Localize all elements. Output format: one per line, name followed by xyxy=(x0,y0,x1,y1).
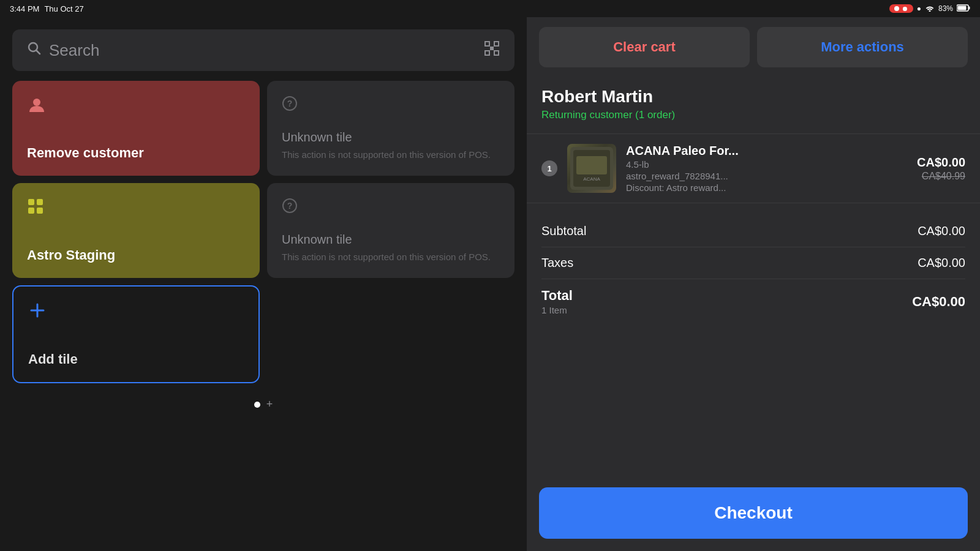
item-price: CA$0.00 xyxy=(917,156,965,170)
svg-rect-9 xyxy=(494,51,499,55)
plus-icon xyxy=(28,301,244,324)
tile-unknown2-desc: This action is not supported on this ver… xyxy=(282,250,500,263)
scanner-icon[interactable] xyxy=(484,40,500,60)
main-container: Search R xyxy=(0,17,980,551)
tile-astro-label: Astro Staging xyxy=(27,247,245,263)
svg-rect-8 xyxy=(490,47,494,50)
customer-status: Returning customer (1 order) xyxy=(541,109,965,121)
checkout-button[interactable]: Checkout xyxy=(539,487,968,539)
page-dot-add[interactable]: + xyxy=(266,398,273,411)
svg-rect-14 xyxy=(37,199,43,205)
total-row: Total 1 Item CA$0.00 xyxy=(541,279,965,324)
svg-line-4 xyxy=(37,51,40,54)
svg-point-10 xyxy=(33,99,40,106)
left-panel: Search R xyxy=(0,17,527,551)
recording-dot xyxy=(894,6,899,11)
svg-rect-15 xyxy=(28,208,34,214)
tile-add-label: Add tile xyxy=(28,351,244,367)
svg-rect-7 xyxy=(485,51,489,55)
tile-remove-customer[interactable]: Remove customer xyxy=(12,81,260,176)
tile-unknown-1: ? Unknown tile This action is not suppor… xyxy=(267,81,514,176)
svg-text:?: ? xyxy=(287,201,293,211)
tile-unknown1-desc: This action is not supported on this ver… xyxy=(282,148,500,161)
signal-dot: ● xyxy=(917,4,921,13)
svg-rect-23 xyxy=(576,156,607,174)
subtotal-row: Subtotal CA$0.00 xyxy=(541,216,965,247)
item-name: ACANA Paleo For... xyxy=(626,144,907,158)
tiles-grid: Remove customer ? Unknown tile This acti… xyxy=(12,81,514,383)
taxes-value: CA$0.00 xyxy=(918,256,965,270)
search-icon xyxy=(27,41,42,59)
page-dot-1[interactable] xyxy=(254,402,260,408)
question-icon-2: ? xyxy=(282,198,500,217)
total-items: 1 Item xyxy=(541,305,573,315)
tile-unknown1-label: Unknown tile xyxy=(282,130,500,144)
svg-rect-2 xyxy=(958,6,967,10)
subtotal-label: Subtotal xyxy=(541,224,586,238)
taxes-row: Taxes CA$0.00 xyxy=(541,247,965,279)
battery-text: 83% xyxy=(938,4,953,13)
item-image: ACANA xyxy=(567,144,616,193)
search-placeholder: Search xyxy=(49,41,477,60)
svg-rect-5 xyxy=(485,42,489,46)
total-label: Total xyxy=(541,288,573,304)
item-details: ACANA Paleo For... 4.5-lb astro_reward_7… xyxy=(626,144,907,193)
tile-remove-customer-label: Remove customer xyxy=(27,145,245,161)
svg-rect-1 xyxy=(969,6,970,9)
svg-rect-16 xyxy=(37,208,43,214)
top-actions: Clear cart More actions xyxy=(527,17,980,77)
date: Thu Oct 27 xyxy=(44,4,83,13)
item-prices: CA$0.00 CA$40.99 xyxy=(917,156,965,182)
recording-icon: ⏺ xyxy=(902,5,908,12)
tile-unknown2-label: Unknown tile xyxy=(282,233,500,247)
item-original-price: CA$40.99 xyxy=(917,171,965,182)
right-panel: Clear cart More actions Robert Martin Re… xyxy=(527,17,980,551)
svg-text:ACANA: ACANA xyxy=(583,176,600,182)
tile-astro-staging[interactable]: Astro Staging xyxy=(12,183,260,278)
tile-add[interactable]: Add tile xyxy=(12,285,260,383)
battery-icon xyxy=(957,4,970,13)
item-quantity: 1 xyxy=(541,160,557,176)
more-actions-button[interactable]: More actions xyxy=(757,27,968,67)
subtotal-value: CA$0.00 xyxy=(918,224,965,238)
time: 3:44 PM xyxy=(10,4,39,13)
svg-rect-13 xyxy=(28,199,34,205)
taxes-label: Taxes xyxy=(541,256,573,270)
status-bar: 3:44 PM Thu Oct 27 ⏺ ● 83% xyxy=(0,0,980,17)
checkout-section: Checkout xyxy=(527,478,980,551)
pagination: + xyxy=(12,398,514,411)
clear-cart-button[interactable]: Clear cart xyxy=(539,27,750,67)
wifi-icon xyxy=(925,4,935,13)
question-icon-1: ? xyxy=(282,96,500,115)
cart-section: 1 ACANA ACANA Paleo For... 4.5-lb astro_… xyxy=(527,134,980,203)
summary-section: Subtotal CA$0.00 Taxes CA$0.00 Total 1 I… xyxy=(527,203,980,478)
customer-section: Robert Martin Returning customer (1 orde… xyxy=(527,77,980,134)
recording-badge: ⏺ xyxy=(889,4,913,13)
item-discount: Discount: Astro reward... xyxy=(626,182,907,193)
tile-unknown-2: ? Unknown tile This action is not suppor… xyxy=(267,183,514,278)
svg-rect-6 xyxy=(494,42,499,46)
person-icon xyxy=(27,96,245,119)
cart-item[interactable]: 1 ACANA ACANA Paleo For... 4.5-lb astro_… xyxy=(541,144,965,193)
svg-text:?: ? xyxy=(287,99,293,108)
grid-icon xyxy=(27,198,245,219)
search-bar[interactable]: Search xyxy=(12,29,514,71)
item-sku: astro_reward_7828941... xyxy=(626,171,907,181)
total-value: CA$0.00 xyxy=(912,294,965,310)
item-variant: 4.5-lb xyxy=(626,159,907,170)
customer-name: Robert Martin xyxy=(541,87,965,107)
